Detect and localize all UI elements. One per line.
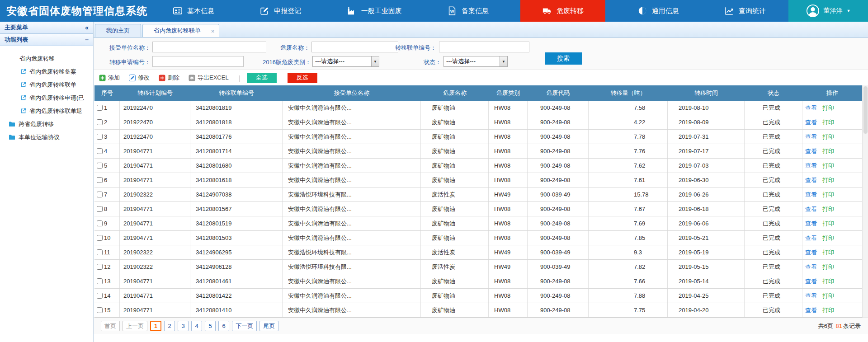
row-checkbox[interactable] (97, 177, 103, 183)
select-all-button[interactable]: 全选 (247, 73, 277, 83)
row-checkbox[interactable] (97, 105, 103, 111)
row-checkbox[interactable] (97, 134, 103, 140)
view-link[interactable]: 查看 (805, 234, 817, 242)
print-link[interactable]: 打印 (822, 263, 834, 271)
print-link[interactable]: 打印 (822, 176, 834, 184)
next-page-button[interactable]: 下一页 (232, 321, 257, 331)
print-link[interactable]: 打印 (822, 118, 834, 126)
view-link[interactable]: 查看 (805, 292, 817, 300)
first-page-button[interactable]: 首页 (101, 321, 120, 331)
view-link[interactable]: 查看 (805, 191, 817, 199)
invert-selection-button[interactable]: 反选 (288, 73, 317, 83)
print-link[interactable]: 打印 (822, 306, 834, 314)
view-link[interactable]: 查看 (805, 104, 817, 112)
print-link[interactable]: 打印 (822, 147, 834, 155)
manifest-no-input[interactable] (439, 42, 529, 52)
view-link[interactable]: 查看 (805, 220, 817, 228)
view-link[interactable]: 查看 (805, 205, 817, 213)
page-button-4[interactable]: 4 (191, 321, 202, 331)
page-button-5[interactable]: 5 (205, 321, 216, 331)
print-link[interactable]: 打印 (822, 162, 834, 170)
page-button-2[interactable]: 2 (164, 321, 175, 331)
sidebar-tree-item[interactable]: 跨省危废转移 (0, 117, 93, 131)
tree-item-label: 省内危废转移联单 (29, 81, 76, 89)
scrollbar-thumb[interactable] (863, 86, 868, 134)
nav-item-6[interactable]: 查询统计 (711, 0, 779, 22)
print-link[interactable]: 打印 (822, 104, 834, 112)
table-row: 4 201904771 34120801714 安徽中久润滑油有限公... 废矿… (94, 144, 862, 159)
cell-plan-no: 201922470 (120, 101, 190, 115)
cell-manifest-no: 34120801819 (190, 101, 283, 115)
nav-item-4[interactable]: 危废转移 (520, 0, 605, 22)
page-button-6[interactable]: 6 (218, 321, 229, 331)
row-checkbox[interactable] (97, 307, 103, 313)
row-checkbox[interactable] (97, 148, 103, 154)
content-tab[interactable]: 我的主页 (95, 24, 141, 37)
sidebar-tree-item[interactable]: 本单位运输协议 (0, 131, 93, 144)
function-list-header[interactable]: 功能列表 − (0, 34, 93, 46)
collapse-sidebar-icon[interactable]: « (85, 24, 89, 31)
view-link[interactable]: 查看 (805, 176, 817, 184)
status-select[interactable]: ---请选择--- ▼ (443, 56, 508, 67)
cell-manifest-no: 34120801618 (190, 173, 283, 187)
print-link[interactable]: 打印 (822, 191, 834, 199)
minimize-icon[interactable]: − (85, 36, 89, 43)
view-link[interactable]: 查看 (805, 248, 817, 257)
export-icon (189, 75, 195, 81)
print-link[interactable]: 打印 (822, 133, 834, 141)
page-button-3[interactable]: 3 (178, 321, 189, 331)
cell-status: 已完成 (745, 101, 802, 115)
sidebar-tree-item[interactable]: 省内危废转移备案 (0, 65, 93, 78)
prev-page-button[interactable]: 上一页 (123, 321, 147, 331)
print-link[interactable]: 打印 (822, 220, 834, 228)
export-excel-button[interactable]: 导出EXCEL (189, 74, 229, 82)
table-row: 15 201904771 34120801410 安徽中久润滑油有限公... 废… (94, 303, 862, 318)
nav-item-5[interactable]: 通用信息 (624, 0, 693, 22)
delete-button[interactable]: 删除 (159, 74, 179, 82)
print-link[interactable]: 打印 (822, 292, 834, 300)
edit-button[interactable]: 修改 (129, 74, 150, 82)
print-link[interactable]: 打印 (822, 248, 834, 257)
content-tab[interactable]: 省内危废转移联单 ✕ (142, 24, 219, 37)
print-link[interactable]: 打印 (822, 205, 834, 213)
sidebar-tree-item[interactable]: 省内危废转移联单 (0, 78, 93, 91)
nav-item-3[interactable]: W 备案信息 (434, 0, 502, 22)
view-link[interactable]: 查看 (805, 118, 817, 126)
view-link[interactable]: 查看 (805, 162, 817, 170)
last-page-button[interactable]: 尾页 (259, 321, 278, 331)
apply-no-input[interactable] (152, 56, 244, 67)
nav-item-2[interactable]: 一般工业固废 (333, 0, 415, 22)
row-checkbox[interactable] (97, 235, 103, 241)
row-checkbox[interactable] (97, 220, 103, 226)
view-link[interactable]: 查看 (805, 133, 817, 141)
row-checkbox[interactable] (97, 119, 103, 125)
nav-item-1[interactable]: 申报登记 (246, 0, 315, 22)
cell-receiver: 安徽中久润滑油有限公... (283, 101, 421, 115)
row-checkbox[interactable] (97, 278, 103, 284)
row-checkbox[interactable] (97, 206, 103, 212)
sidebar-tree-item[interactable]: 省内危废转移联单退 (0, 104, 93, 117)
user-menu[interactable]: 董洋洋 ▼ (788, 0, 868, 22)
print-link[interactable]: 打印 (822, 234, 834, 242)
nav-item-0[interactable]: 基本信息 (159, 0, 228, 22)
close-tab-icon[interactable]: ✕ (211, 25, 215, 38)
view-link[interactable]: 查看 (805, 147, 817, 155)
sidebar-tree-item[interactable]: 省内危废转移 (0, 52, 93, 65)
sidebar-tree-item[interactable]: 省内危废转移申请(已 (0, 91, 93, 104)
cell-amount: 7.82 (589, 260, 668, 274)
search-button[interactable]: 搜索 (545, 52, 582, 65)
row-checkbox[interactable] (97, 293, 103, 299)
print-link[interactable]: 打印 (822, 277, 834, 286)
add-button[interactable]: 添加 (99, 74, 120, 82)
table-scrollbar[interactable] (862, 85, 868, 318)
page-button-1[interactable]: 1 (150, 321, 161, 331)
row-checkbox[interactable] (97, 249, 103, 255)
view-link[interactable]: 查看 (805, 277, 817, 286)
view-link[interactable]: 查看 (805, 306, 817, 314)
row-checkbox[interactable] (97, 163, 103, 169)
nav-item-label: 申报登记 (274, 7, 301, 15)
cell-plan-no: 201904771 (120, 216, 190, 230)
row-checkbox[interactable] (97, 264, 103, 270)
view-link[interactable]: 查看 (805, 263, 817, 271)
row-checkbox[interactable] (97, 192, 103, 197)
